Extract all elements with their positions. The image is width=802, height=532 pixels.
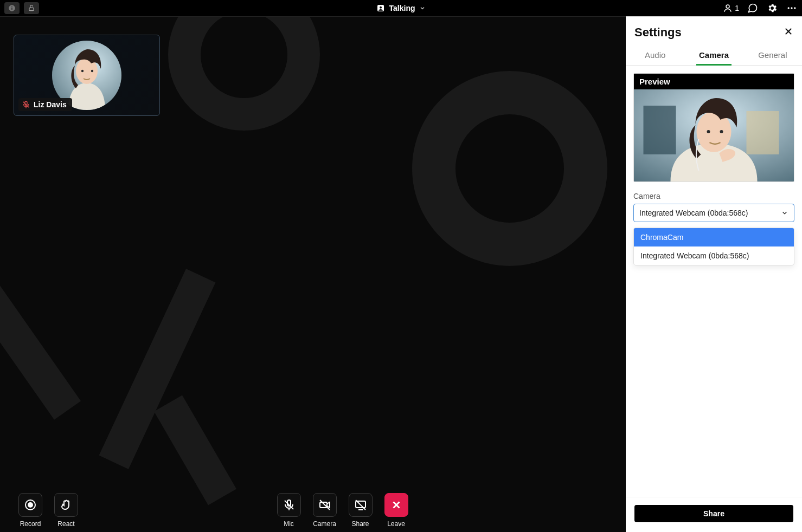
camera-button[interactable]: Camera	[313, 493, 337, 528]
svg-rect-32	[747, 111, 779, 154]
mic-muted-icon	[22, 100, 30, 109]
participants-button[interactable]: 1	[723, 3, 739, 13]
close-icon	[390, 499, 402, 511]
camera-field-label: Camera	[633, 192, 794, 200]
settings-close-button[interactable]	[784, 27, 793, 38]
record-button[interactable]: Record	[18, 493, 42, 528]
dock-left-group: Record React	[18, 493, 78, 528]
leave-label: Leave	[387, 520, 405, 528]
tab-audio[interactable]: Audio	[626, 45, 684, 65]
more-button[interactable]	[786, 2, 798, 14]
call-status[interactable]: Talking	[376, 4, 426, 12]
topbar-right-group: 1	[723, 2, 798, 14]
tab-general[interactable]: General	[743, 45, 802, 65]
gear-icon	[767, 3, 778, 14]
dock-center-group: Mic Camera Share Leave	[277, 493, 408, 528]
camera-preview-card: Preview	[633, 73, 794, 182]
top-bar: Talking 1	[0, 0, 802, 16]
svg-point-5	[380, 7, 382, 9]
svg-point-9	[794, 7, 795, 9]
mic-label: Mic	[284, 520, 294, 528]
info-button[interactable]	[4, 2, 20, 14]
participant-count-value: 1	[735, 4, 739, 12]
call-status-label: Talking	[389, 4, 415, 12]
settings-panel: Settings Audio Camera General Preview	[626, 16, 802, 532]
settings-footer: Share	[626, 497, 802, 532]
chevron-down-icon	[419, 5, 426, 11]
settings-header: Settings	[626, 17, 802, 45]
decorative-bar	[0, 286, 81, 419]
leave-button[interactable]: Leave	[384, 493, 408, 528]
camera-select[interactable]: Integrated Webcam (0bda:568c)	[633, 204, 794, 222]
react-label: React	[57, 520, 74, 528]
decorative-ring	[168, 16, 320, 131]
camera-option[interactable]: Integrated Webcam (0bda:568c)	[634, 246, 794, 265]
settings-title: Settings	[634, 25, 682, 40]
svg-rect-1	[11, 8, 12, 10]
participant-name: Liz Davis	[34, 100, 67, 109]
svg-rect-33	[644, 106, 676, 154]
participant-name-pill: Liz Davis	[18, 98, 72, 111]
settings-body: Preview	[626, 66, 802, 497]
settings-tabs: Audio Camera General	[626, 45, 802, 66]
preview-label: Preview	[634, 74, 794, 89]
screen-share-icon	[354, 498, 367, 511]
svg-point-36	[720, 130, 723, 133]
record-icon	[24, 498, 37, 511]
lock-button[interactable]	[24, 2, 39, 14]
unlock-icon	[28, 4, 35, 12]
svg-rect-3	[29, 8, 34, 10]
mic-button[interactable]: Mic	[277, 493, 301, 528]
share-button[interactable]: Share	[634, 505, 793, 522]
info-icon	[8, 4, 16, 12]
camera-off-icon	[318, 498, 331, 511]
camera-preview-image	[634, 89, 794, 181]
camera-label: Camera	[313, 520, 336, 528]
mic-off-icon	[283, 498, 296, 511]
share-screen-button[interactable]: Share	[349, 493, 373, 528]
camera-select-value: Integrated Webcam (0bda:568c)	[639, 209, 748, 217]
hand-icon	[60, 498, 73, 511]
react-button[interactable]: React	[54, 493, 78, 528]
svg-point-8	[791, 7, 792, 9]
svg-point-13	[91, 70, 93, 72]
topbar-left-group	[4, 2, 39, 14]
svg-point-7	[788, 7, 790, 9]
more-horizontal-icon	[786, 3, 797, 14]
chat-button[interactable]	[747, 2, 759, 14]
svg-line-23	[320, 500, 330, 510]
person-speaking-icon	[376, 4, 385, 12]
svg-rect-2	[11, 7, 12, 7]
svg-point-35	[707, 130, 710, 133]
chat-icon	[747, 3, 758, 14]
close-icon	[784, 27, 793, 36]
record-label: Record	[20, 520, 41, 528]
camera-option[interactable]: ChromaCam	[634, 228, 794, 246]
decorative-ring	[412, 71, 607, 266]
control-dock: Record React Mic Camera	[0, 489, 626, 532]
camera-dropdown: ChromaCam Integrated Webcam (0bda:568c)	[633, 228, 794, 265]
participant-tile[interactable]: Liz Davis	[14, 35, 160, 116]
share-label: Share	[351, 520, 369, 528]
tab-camera[interactable]: Camera	[684, 45, 743, 65]
person-icon	[723, 3, 733, 13]
chevron-down-icon	[781, 209, 788, 217]
svg-point-12	[81, 70, 84, 72]
svg-point-6	[726, 5, 729, 8]
svg-point-18	[28, 503, 33, 507]
settings-button[interactable]	[766, 2, 778, 14]
